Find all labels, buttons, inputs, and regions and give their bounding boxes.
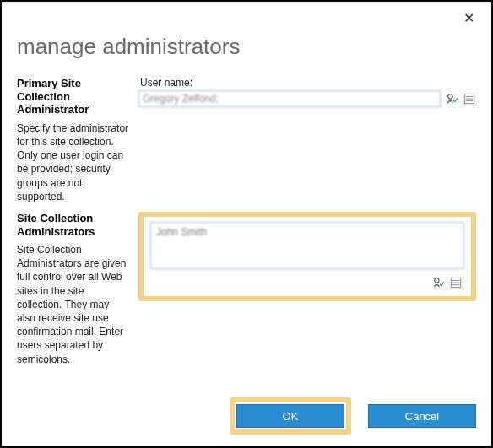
primary-description: Specify the administrator for this site … (17, 121, 130, 203)
secondary-highlight (138, 212, 476, 301)
primary-heading: Primary Site Collection Administrator (17, 77, 130, 116)
ok-button[interactable]: OK (236, 404, 344, 428)
dialog-title: manage administrators (17, 34, 476, 60)
secondary-heading: Site Collection Administrators (17, 212, 130, 238)
svg-point-5 (435, 278, 439, 283)
secondary-admin-input[interactable] (150, 222, 464, 269)
secondary-description: Site Collection Administrators are given… (17, 243, 130, 366)
check-names-button-secondary[interactable] (432, 276, 446, 289)
cancel-button[interactable]: Cancel (368, 404, 476, 428)
browse-directory-button-secondary[interactable] (449, 276, 463, 289)
browse-directory-button[interactable] (463, 92, 476, 105)
secondary-admin-section: Site Collection Administrators Site Coll… (17, 212, 476, 366)
close-button[interactable]: ✕ (458, 8, 479, 28)
browse-icon (450, 277, 462, 289)
primary-admin-input[interactable] (138, 90, 441, 107)
username-label: User name: (140, 77, 476, 89)
ok-highlight: OK (230, 397, 351, 435)
primary-admin-section: Primary Site Collection Administrator Sp… (17, 77, 476, 203)
dialog-footer: OK Cancel (230, 397, 476, 435)
check-names-button[interactable] (446, 92, 459, 105)
dialog-frame: ✕ manage administrators Primary Site Col… (0, 0, 493, 448)
browse-icon (463, 93, 475, 105)
svg-point-0 (448, 94, 452, 99)
check-names-icon (433, 277, 445, 289)
check-names-icon (447, 93, 458, 105)
